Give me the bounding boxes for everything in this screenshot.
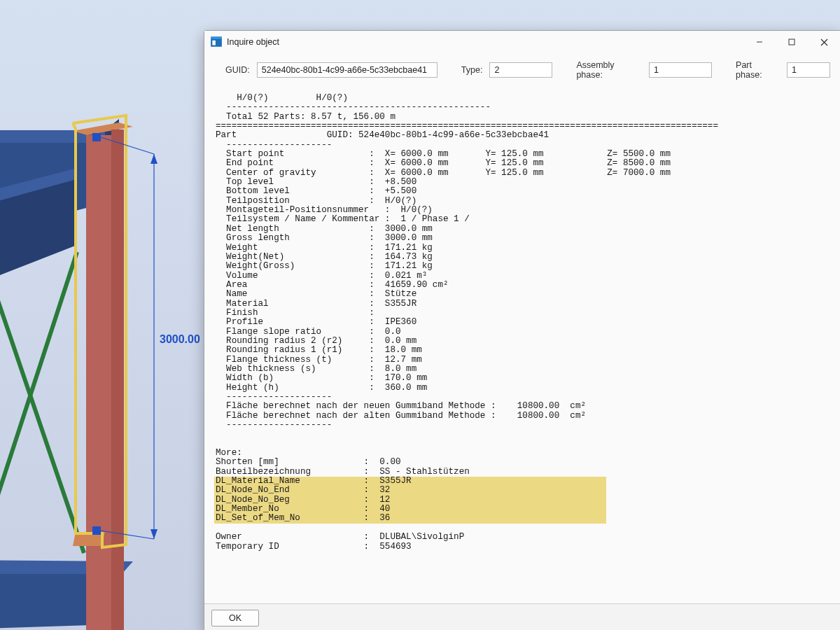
svg-rect-16 (92, 133, 101, 141)
close-button[interactable] (808, 31, 840, 53)
svg-rect-27 (789, 39, 794, 45)
svg-rect-11 (86, 135, 111, 566)
guid-input[interactable] (257, 62, 438, 78)
svg-marker-21 (150, 154, 158, 164)
part-phase-input[interactable] (787, 62, 830, 78)
report-panel[interactable]: H/0(?) H/0(?) --------------------------… (210, 88, 834, 598)
svg-rect-17 (92, 526, 101, 535)
guid-label: GUID: (225, 65, 250, 75)
dialog-footer: OK (204, 603, 840, 630)
inquire-object-dialog: Inquire object GUID: Type: Assembly phas… (204, 30, 840, 630)
part-phase-label: Part phase: (736, 60, 780, 80)
titlebar[interactable]: Inquire object (204, 31, 840, 53)
assembly-phase-input[interactable] (649, 62, 712, 78)
svg-rect-25 (212, 41, 216, 46)
svg-rect-13 (86, 566, 111, 630)
svg-rect-14 (111, 564, 124, 630)
svg-rect-12 (111, 130, 124, 564)
maximize-button[interactable] (776, 31, 808, 53)
minimize-button[interactable] (743, 31, 776, 53)
svg-line-8 (0, 245, 84, 553)
type-label: Type: (461, 65, 483, 75)
header-row: GUID: Type: Assembly phase: Part phase: (204, 53, 840, 88)
svg-rect-24 (211, 36, 222, 38)
svg-line-9 (0, 252, 77, 553)
type-input[interactable] (489, 62, 552, 78)
dialog-title: Inquire object (227, 37, 743, 47)
dimension-value: 3000.00 (160, 333, 200, 345)
assembly-phase-label: Assembly phase: (576, 60, 642, 80)
svg-marker-22 (150, 529, 158, 539)
ok-button[interactable]: OK (211, 610, 259, 626)
app-icon (210, 36, 223, 48)
